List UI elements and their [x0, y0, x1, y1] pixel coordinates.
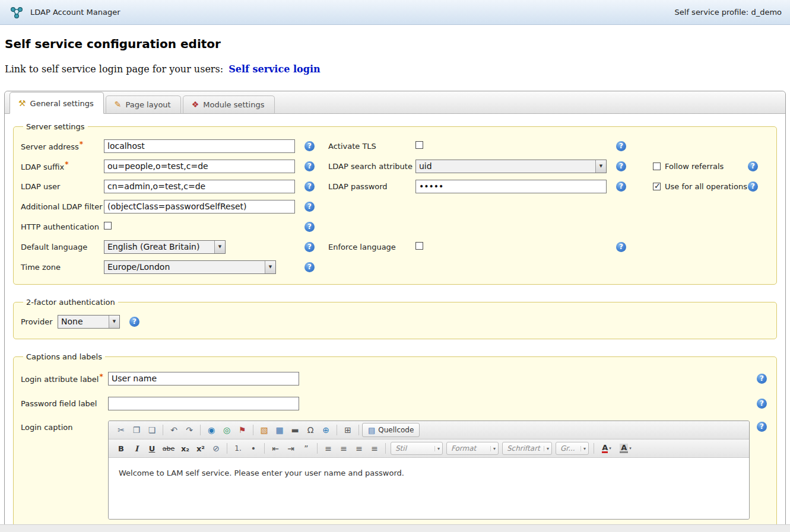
horizontal-scrollbar[interactable]: [0, 524, 790, 532]
maximize-icon[interactable]: ⊞: [340, 423, 356, 437]
align-center-icon[interactable]: ≡: [336, 441, 351, 455]
login-caption-editor: ✂ ❐ ❏ ↶ ↷ ◉ ◎ ⚑ ▧ ▦: [108, 420, 750, 520]
additional-ldap-filter-label: Additional LDAP filter: [21, 202, 104, 211]
server-settings-section: Server settings Server address* ? Activa…: [13, 122, 777, 285]
time-zone-select[interactable]: Europe/London ▼: [104, 260, 276, 274]
default-language-select[interactable]: English (Great Britain) ▼: [104, 240, 226, 254]
anchor-flag-icon[interactable]: ⚑: [234, 423, 250, 437]
provider-label: Provider: [21, 317, 58, 326]
form-row: Default language English (Great Britain)…: [21, 237, 769, 257]
unlink-icon[interactable]: ◎: [219, 423, 234, 437]
toolbar-separator: [227, 443, 227, 454]
help-icon[interactable]: ?: [616, 141, 626, 151]
http-authentication-checkbox[interactable]: [104, 222, 112, 230]
follow-referrals-checkbox[interactable]: [653, 163, 661, 170]
italic-icon[interactable]: I: [129, 441, 144, 455]
form-row: Server address* ? Activate TLS ?: [21, 136, 769, 156]
enforce-language-label: Enforce language: [328, 243, 415, 251]
underline-icon[interactable]: U: [144, 441, 160, 455]
insert-image-icon[interactable]: ▧: [256, 423, 272, 437]
help-icon[interactable]: ?: [748, 161, 758, 171]
form-row: LDAP user ? LDAP password ? Use for all …: [21, 176, 769, 196]
source-code-button[interactable]: ▤ Quellcode: [362, 423, 420, 437]
help-icon[interactable]: ?: [129, 317, 139, 327]
font-dropdown[interactable]: Schriftart ▾: [502, 442, 552, 455]
font-size-dropdown[interactable]: Gr... ▾: [556, 442, 589, 455]
numbered-list-icon[interactable]: 1.: [230, 441, 246, 455]
help-icon[interactable]: ?: [616, 161, 626, 171]
background-color-button[interactable]: A ▾: [616, 441, 635, 455]
pencil-icon: ✎: [115, 100, 122, 109]
help-icon[interactable]: ?: [304, 262, 315, 272]
captions-legend: Captions and labels: [23, 352, 105, 361]
additional-ldap-filter-input[interactable]: [104, 200, 295, 214]
insert-table-icon[interactable]: ▦: [272, 423, 287, 437]
format-dropdown[interactable]: Format ▾: [446, 442, 499, 455]
ldap-suffix-input[interactable]: [104, 160, 295, 173]
special-character-icon[interactable]: Ω: [303, 423, 318, 437]
toolbar-separator: [200, 425, 201, 435]
wrench-icon: ⚒: [18, 98, 26, 108]
chevron-down-icon: ▼: [214, 241, 225, 253]
use-for-all-operations-checkbox[interactable]: [653, 183, 661, 190]
help-icon[interactable]: ?: [304, 181, 315, 192]
chevron-down-icon: ▾: [609, 446, 611, 451]
bold-icon[interactable]: B: [113, 441, 129, 455]
help-icon[interactable]: ?: [748, 181, 758, 192]
outdent-icon[interactable]: ⇤: [268, 441, 283, 455]
tab-content: Server settings Server address* ? Activa…: [5, 114, 785, 527]
cut-icon[interactable]: ✂: [113, 423, 129, 437]
text-color-button[interactable]: A ▾: [597, 441, 616, 455]
password-field-label-input[interactable]: [108, 397, 299, 410]
iframe-globe-icon[interactable]: ⊕: [318, 423, 334, 437]
chevron-down-icon: ▼: [265, 261, 275, 273]
select-value: uid: [416, 161, 595, 171]
link-icon[interactable]: ◉: [204, 423, 219, 437]
superscript-icon[interactable]: x²: [193, 441, 208, 455]
help-icon[interactable]: ?: [757, 374, 767, 384]
tab-page-layout[interactable]: ✎ Page layout: [106, 95, 181, 114]
redo-icon[interactable]: ↷: [182, 423, 197, 437]
server-address-input[interactable]: [104, 139, 295, 153]
help-icon[interactable]: ?: [616, 242, 626, 252]
help-icon[interactable]: ?: [304, 222, 315, 232]
activate-tls-checkbox[interactable]: [415, 141, 423, 149]
help-icon[interactable]: ?: [616, 181, 626, 192]
help-icon[interactable]: ?: [757, 422, 767, 432]
login-attribute-label-input[interactable]: [108, 372, 299, 386]
help-icon[interactable]: ?: [304, 242, 315, 252]
help-icon[interactable]: ?: [304, 202, 315, 212]
chevron-down-icon: ▼: [109, 316, 119, 328]
strikethrough-icon[interactable]: abe: [160, 441, 177, 455]
subscript-icon[interactable]: x₂: [177, 441, 193, 455]
help-icon[interactable]: ?: [757, 399, 767, 409]
align-justify-icon[interactable]: ≡: [367, 441, 382, 455]
default-language-label: Default language: [21, 243, 104, 251]
align-left-icon[interactable]: ≡: [321, 441, 336, 455]
help-icon[interactable]: ?: [304, 141, 315, 151]
paste-icon[interactable]: ❏: [144, 423, 160, 437]
style-dropdown[interactable]: Stil ▾: [391, 442, 443, 455]
copy-icon[interactable]: ❐: [129, 423, 144, 437]
bullet-list-icon[interactable]: •: [246, 441, 261, 455]
editor-content[interactable]: Welcome to LAM self service. Please ente…: [109, 458, 749, 519]
tab-general-settings[interactable]: ⚒ General settings: [9, 92, 104, 114]
blockquote-icon[interactable]: ”: [299, 441, 314, 455]
provider-select[interactable]: None ▼: [58, 315, 120, 329]
remove-format-icon[interactable]: ⊘: [208, 441, 224, 455]
ldap-user-input[interactable]: [104, 180, 295, 193]
form-row: Password field label ?: [21, 391, 769, 416]
password-field-label-label: Password field label: [21, 399, 108, 408]
ldap-password-input[interactable]: [415, 180, 607, 193]
align-right-icon[interactable]: ≡: [351, 441, 367, 455]
indent-icon[interactable]: ⇥: [283, 441, 299, 455]
help-icon[interactable]: ?: [304, 161, 315, 171]
tab-label: General settings: [30, 99, 94, 108]
tab-module-settings[interactable]: ❖ Module settings: [183, 95, 275, 114]
self-service-login-link[interactable]: Self service login: [229, 63, 320, 75]
horizontal-rule-icon[interactable]: ▬: [287, 423, 303, 437]
chevron-down-icon: ▾: [434, 446, 442, 451]
ldap-search-attribute-select[interactable]: uid ▼: [415, 160, 607, 173]
undo-icon[interactable]: ↶: [166, 423, 182, 437]
enforce-language-checkbox[interactable]: [415, 242, 423, 250]
